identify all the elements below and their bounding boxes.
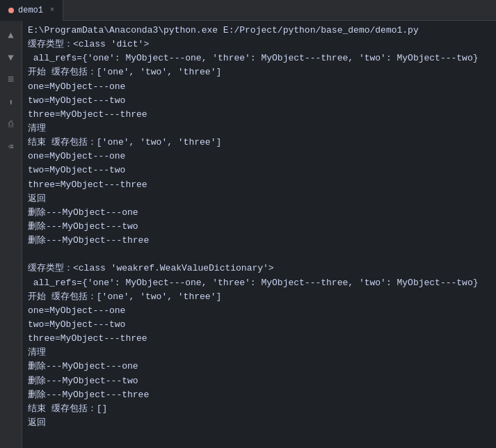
console-line: one=MyObject---one [28, 304, 490, 318]
console-line: one=MyObject---one [28, 80, 490, 94]
console-line: 返回 [28, 192, 490, 206]
tab-dot-icon [8, 8, 14, 13]
main-area: ▲ ▼ ≡ ⬆ ⎙ ⌫ E:\ProgramData\Anaconda3\pyt… [0, 21, 496, 448]
console-line: 缓存类型：<class 'weakref.WeakValueDictionary… [28, 262, 490, 275]
tab-demo1[interactable]: demo1 × [0, 0, 63, 21]
console-line: 结束 缓存包括：['one', 'two', 'three'] [28, 136, 490, 150]
console-line [28, 248, 490, 262]
console-line: 删除---MyObject---two [28, 374, 490, 388]
console-output: E:\ProgramData\Anaconda3\python.exe E:/P… [22, 21, 496, 448]
console-line: one=MyObject---one [28, 150, 490, 163]
console-line: 删除---MyObject---three [28, 234, 490, 248]
menu-button[interactable]: ≡ [2, 71, 20, 89]
console-line: 结束 缓存包括：[] [28, 402, 490, 416]
console-line: 删除---MyObject---three [28, 388, 490, 402]
console-line: three=MyObject---three [28, 178, 490, 192]
console-line: 删除---MyObject---one [28, 360, 490, 374]
console-line: all_refs={'one': MyObject---one, 'three'… [28, 51, 490, 65]
sidebar: ▲ ▼ ≡ ⬆ ⎙ ⌫ [0, 21, 22, 448]
console-line: two=MyObject---two [28, 163, 490, 177]
console-line: 缓存类型：<class 'dict'> [28, 38, 490, 51]
console-line: all_refs={'one': MyObject---one, 'three'… [28, 276, 490, 290]
console-line: E:\ProgramData\Anaconda3\python.exe E:/P… [28, 24, 490, 38]
delete-button[interactable]: ⌫ [2, 138, 20, 156]
scroll-up-button[interactable]: ▲ [2, 26, 20, 45]
console-line: three=MyObject---three [28, 108, 490, 122]
console-line: 清理 [28, 122, 490, 136]
print-button[interactable]: ⎙ [2, 115, 20, 134]
console-line: 删除---MyObject---two [28, 220, 490, 234]
console-line: two=MyObject---two [28, 318, 490, 332]
console-line: 开始 缓存包括：['one', 'two', 'three'] [28, 65, 490, 79]
scroll-down-button[interactable]: ▼ [2, 49, 20, 67]
tab-close-icon[interactable]: × [50, 6, 54, 14]
console-line: 删除---MyObject---one [28, 206, 490, 220]
console-line: 开始 缓存包括：['one', 'two', 'three'] [28, 290, 490, 304]
move-up-button[interactable]: ⬆ [2, 93, 20, 111]
title-bar: demo1 × [0, 0, 496, 21]
tab-label: demo1 [18, 6, 43, 15]
console-line: 返回 [28, 416, 490, 430]
console-line: two=MyObject---two [28, 94, 490, 108]
console-line: 清理 [28, 346, 490, 360]
console-line: three=MyObject---three [28, 332, 490, 346]
